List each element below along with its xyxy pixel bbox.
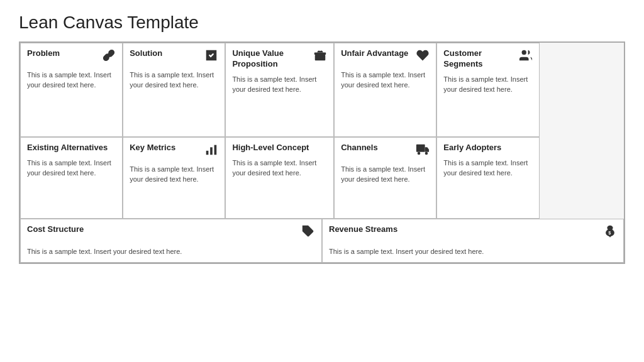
col-solution: Solution This is a sample text. Insert y… — [123, 43, 225, 219]
highlevel-title: High-Level Concept — [232, 143, 309, 153]
unfair-title: Unfair Advantage — [341, 48, 408, 59]
uvp-text: This is a sample text. Insert your desir… — [232, 75, 327, 95]
highlevel-cell: High-Level Concept This is a sample text… — [225, 137, 334, 219]
gift-icon — [313, 48, 327, 65]
uvp-header: Unique Value Proposition — [232, 48, 327, 70]
col-unfair: Unfair Advantage This is a sample text. … — [334, 43, 436, 219]
cost-text: This is a sample text. Insert your desir… — [27, 248, 182, 255]
bottom-section: Cost Structure This is a sample text. In… — [20, 219, 624, 263]
cost-cell: Cost Structure This is a sample text. In… — [20, 219, 322, 263]
tag-icon — [301, 224, 315, 241]
truck-icon — [416, 143, 430, 160]
revenue-text: This is a sample text. Insert your desir… — [329, 248, 484, 255]
revenue-header: Revenue Streams $ — [329, 224, 617, 241]
unfair-header: Unfair Advantage — [341, 48, 430, 65]
solution-header: Solution — [130, 48, 218, 65]
uvp-title: Unique Value Proposition — [232, 48, 311, 70]
early-header: Early Adopters — [443, 143, 532, 153]
channels-title: Channels — [341, 143, 378, 153]
top-section: Problem This is a sample text. Insert yo… — [20, 43, 624, 219]
uvp-cell: Unique Value Proposition This is a sampl… — [225, 43, 334, 137]
svg-rect-0 — [206, 151, 209, 155]
highlevel-text: This is a sample text. Insert your desir… — [232, 158, 327, 178]
solution-cell: Solution This is a sample text. Insert y… — [123, 43, 225, 137]
problem-cell: Problem This is a sample text. Insert yo… — [20, 43, 123, 137]
col-uvp: Unique Value Proposition This is a sampl… — [225, 43, 334, 219]
customer-cell: Customer Segments This is a sample text.… — [436, 43, 539, 137]
channels-header: Channels — [341, 143, 430, 160]
page-title: Lean Canvas Template — [19, 13, 625, 33]
unfair-text: This is a sample text. Insert your desir… — [341, 70, 430, 90]
channels-text: This is a sample text. Insert your desir… — [341, 165, 430, 185]
existing-text: This is a sample text. Insert your desir… — [27, 158, 116, 178]
bar-chart-icon — [204, 143, 218, 160]
heart-icon — [416, 48, 430, 65]
solution-title: Solution — [130, 48, 162, 59]
lean-canvas: Problem This is a sample text. Insert yo… — [19, 41, 625, 264]
channels-cell: Channels This is a sample text. Insert y… — [334, 137, 436, 219]
problem-text: This is a sample text. Insert your desir… — [27, 70, 116, 90]
svg-text:$: $ — [608, 230, 611, 236]
svg-point-8 — [521, 50, 526, 55]
col-customer: Customer Segments This is a sample text.… — [436, 43, 539, 219]
people-icon — [519, 48, 533, 65]
cost-title: Cost Structure — [27, 224, 84, 235]
col-problem: Problem This is a sample text. Insert yo… — [20, 43, 123, 219]
svg-rect-1 — [211, 147, 213, 155]
solution-text: This is a sample text. Insert your desir… — [130, 70, 218, 90]
metrics-header: Key Metrics — [130, 143, 218, 160]
customer-title: Customer Segments — [443, 48, 516, 70]
early-text: This is a sample text. Insert your desir… — [443, 158, 532, 178]
metrics-title: Key Metrics — [130, 143, 175, 153]
link-icon — [102, 48, 116, 65]
problem-header: Problem — [27, 48, 116, 65]
svg-point-6 — [418, 152, 421, 155]
unfair-cell: Unfair Advantage This is a sample text. … — [334, 43, 436, 137]
revenue-title: Revenue Streams — [329, 224, 397, 235]
svg-point-7 — [425, 152, 428, 155]
early-title: Early Adopters — [443, 143, 501, 153]
highlevel-header: High-Level Concept — [232, 143, 327, 153]
problem-title: Problem — [27, 48, 60, 59]
svg-rect-4 — [315, 55, 326, 60]
svg-rect-3 — [314, 52, 326, 55]
metrics-cell: Key Metrics This is a sample text. Inser… — [123, 137, 225, 219]
money-bag-icon: $ — [603, 224, 617, 241]
svg-rect-5 — [416, 145, 425, 152]
customer-text: This is a sample text. Insert your desir… — [443, 75, 532, 95]
existing-cell: Existing Alternatives This is a sample t… — [20, 137, 123, 219]
svg-rect-2 — [214, 145, 217, 155]
customer-header: Customer Segments — [443, 48, 532, 70]
existing-header: Existing Alternatives — [27, 143, 116, 153]
revenue-cell: Revenue Streams $ This is a sample text.… — [322, 219, 624, 263]
early-cell: Early Adopters This is a sample text. In… — [436, 137, 539, 219]
existing-title: Existing Alternatives — [27, 143, 108, 153]
cost-header: Cost Structure — [27, 224, 315, 241]
metrics-text: This is a sample text. Insert your desir… — [130, 165, 218, 185]
checkmark-icon — [204, 48, 218, 65]
